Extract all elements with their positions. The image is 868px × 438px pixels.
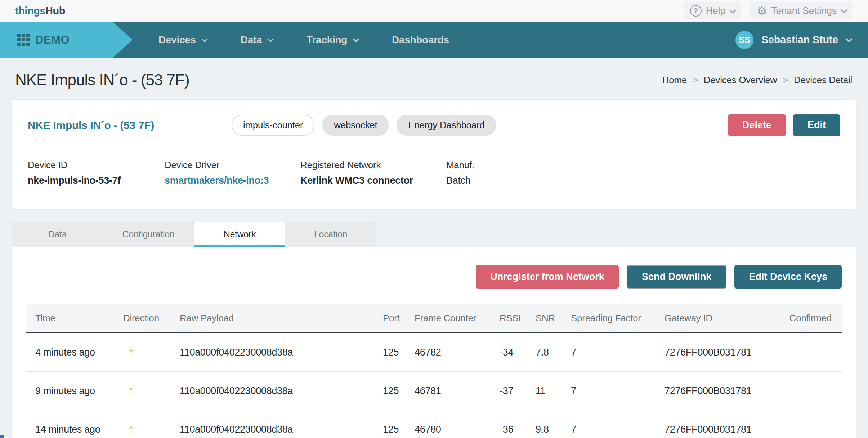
help-menu[interactable]: ? Help	[684, 2, 741, 19]
device-card-title: NKE Impuls IN´o - (53 7F)	[28, 119, 232, 131]
chat-widget-peek[interactable]	[0, 435, 4, 438]
tab-network[interactable]: Network	[194, 222, 285, 247]
column-header-spreading-factor: Spreading Factor	[570, 313, 664, 324]
chevron-down-icon	[353, 36, 359, 42]
help-icon: ?	[690, 5, 702, 17]
cell-port: 125	[382, 347, 414, 358]
field-label: Registered Network	[300, 160, 446, 171]
nav-menu: Devices Data Tracking Dashboards	[158, 34, 449, 46]
logo-things: things	[15, 5, 45, 17]
page-title: NKE Impuls IN´o - (53 7F)	[15, 71, 189, 89]
cell-rssi: -34	[499, 347, 535, 358]
tag-impuls-counter: impuls-counter	[232, 115, 314, 136]
field-registered-network: Registered Network Kerlink WMC3 connecto…	[300, 160, 446, 186]
tenant-settings-menu[interactable]: ⚙ Tenant Settings	[750, 2, 852, 19]
column-header-rssi: RSSI	[499, 313, 535, 324]
field-device-driver: Device Driver smartmakers/nke-ino:3	[165, 160, 300, 186]
uplink-arrow-icon: ↑	[123, 422, 135, 437]
chevron-down-icon	[268, 36, 274, 42]
topbar-right: ? Help ⚙ Tenant Settings	[684, 2, 852, 19]
cell-direction: ↑	[122, 422, 179, 437]
tag-websocket: websocket	[322, 115, 389, 136]
tenant-settings-label: Tenant Settings	[771, 5, 837, 17]
network-panel: Unregister from Network Send Downlink Ed…	[12, 247, 856, 438]
cell-raw-payload: 110a000f0402230008d38a	[179, 385, 382, 397]
uplink-arrow-icon: ↑	[123, 384, 135, 398]
cell-raw-payload: 110a000f0402230008d38a	[179, 347, 382, 358]
cell-port: 125	[382, 385, 414, 397]
tenant-switcher[interactable]: DEMO	[0, 22, 133, 58]
device-card-buttons: Delete Edit	[728, 114, 840, 136]
help-label: Help	[706, 5, 725, 17]
cell-gateway-id: 7276FF000B031781	[664, 385, 779, 397]
table-row: 4 minutes ago ↑ 110a000f0402230008d38a 1…	[26, 333, 842, 372]
tab-configuration[interactable]: Configuration	[103, 222, 194, 247]
network-actions: Unregister from Network Send Downlink Ed…	[12, 247, 856, 289]
cell-time: 4 minutes ago	[26, 347, 122, 358]
table-row: 9 minutes ago ↑ 110a000f0402230008d38a 1…	[26, 372, 842, 410]
column-header-raw-payload: Raw Payload	[179, 313, 382, 324]
cell-frame-counter: 46780	[414, 424, 499, 435]
chevron-down-icon	[729, 7, 736, 13]
breadcrumb-home[interactable]: Home	[662, 75, 687, 86]
field-value: Kerlink WMC3 connector	[300, 175, 446, 186]
top-bar: thingsHub ? Help ⚙ Tenant Settings	[0, 0, 868, 22]
uplink-arrow-icon: ↑	[123, 345, 135, 360]
avatar: SS	[735, 31, 753, 49]
cell-time: 14 minutes ago	[26, 424, 122, 435]
nav-item-label: Data	[241, 34, 262, 46]
nav-item-tracking[interactable]: Tracking	[307, 34, 357, 46]
tab-data[interactable]: Data	[12, 222, 103, 247]
cell-snr: 9.8	[535, 424, 570, 435]
nav-item-label: Tracking	[307, 34, 347, 46]
breadcrumb: Home > Devices Overview > Devices Detail	[662, 75, 852, 86]
breadcrumb-separator: >	[693, 75, 698, 86]
field-label: Manuf.	[446, 160, 474, 171]
nav-item-devices[interactable]: Devices	[158, 34, 206, 46]
field-manuf: Manuf. Batch	[446, 160, 474, 186]
breadcrumb-devices-detail: Devices Detail	[794, 75, 852, 86]
unregister-from-network-button[interactable]: Unregister from Network	[476, 265, 619, 289]
cell-time: 9 minutes ago	[26, 385, 122, 397]
edit-device-keys-button[interactable]: Edit Device Keys	[734, 265, 842, 289]
cell-spreading-factor: 7	[570, 424, 664, 435]
cell-rssi: -36	[499, 424, 535, 435]
column-header-direction: Direction	[122, 313, 179, 324]
breadcrumb-devices-overview[interactable]: Devices Overview	[704, 75, 777, 86]
field-label: Device ID	[28, 160, 165, 171]
column-header-confirmed: Confirmed	[779, 313, 842, 324]
breadcrumb-separator: >	[783, 75, 788, 86]
tab-location[interactable]: Location	[285, 222, 376, 247]
column-header-time: Time	[26, 313, 122, 324]
field-label: Device Driver	[165, 160, 300, 171]
thingshub-logo[interactable]: thingsHub	[15, 5, 65, 17]
cell-direction: ↑	[122, 384, 179, 398]
cell-snr: 11	[535, 385, 570, 397]
device-card: NKE Impuls IN´o - (53 7F) impuls-counter…	[12, 100, 856, 209]
cell-port: 125	[382, 424, 414, 435]
nav-item-data[interactable]: Data	[241, 34, 272, 46]
main-navbar: DEMO Devices Data Tracking Dashboards SS…	[0, 22, 868, 58]
gear-icon: ⚙	[757, 5, 767, 17]
user-menu[interactable]: SS Sebastian Stute	[735, 22, 851, 58]
logo-hub: Hub	[45, 5, 65, 17]
grid-icon	[17, 34, 30, 46]
device-fields: Device ID nke-impuls-ino-53-7f Device Dr…	[12, 148, 856, 209]
nav-item-label: Dashboards	[392, 34, 449, 46]
send-downlink-button[interactable]: Send Downlink	[627, 265, 727, 289]
delete-button[interactable]: Delete	[728, 114, 786, 136]
network-messages-table: Time Direction Raw Payload Port Frame Co…	[26, 304, 842, 438]
chevron-down-icon	[846, 36, 852, 42]
cell-frame-counter: 46782	[414, 347, 499, 358]
device-driver-link[interactable]: smartmakers/nke-ino:3	[165, 175, 300, 186]
nav-item-label: Devices	[158, 34, 196, 46]
nav-item-dashboards[interactable]: Dashboards	[392, 34, 449, 46]
tag-energy-dashboard: Energy Dashboard	[397, 115, 496, 136]
cell-raw-payload: 110a000f0402230008d38a	[179, 424, 382, 435]
cell-direction: ↑	[122, 345, 179, 360]
cell-spreading-factor: 7	[570, 347, 664, 358]
edit-button[interactable]: Edit	[793, 114, 840, 136]
field-device-id: Device ID nke-impuls-ino-53-7f	[28, 160, 165, 186]
device-tags: impuls-counter websocket Energy Dashboar…	[232, 115, 728, 136]
column-header-snr: SNR	[535, 313, 570, 324]
